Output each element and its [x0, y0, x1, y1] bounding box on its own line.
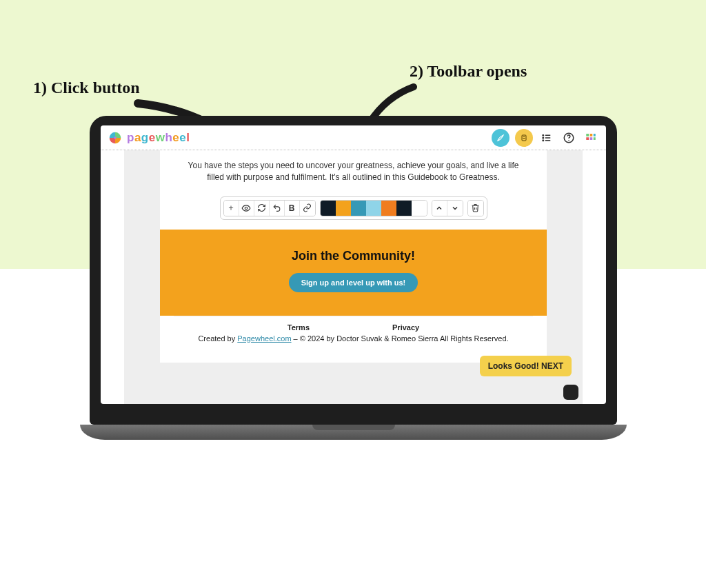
brand-name: pagewheel [127, 131, 190, 145]
svg-rect-17 [586, 137, 589, 140]
svg-point-6 [543, 134, 544, 136]
cta-section[interactable]: Join the Community! Sign up and level up… [160, 230, 547, 316]
laptop-screen-frame: pagewheel [90, 116, 617, 425]
color-swatch-6[interactable] [396, 201, 412, 216]
app-header: pagewheel [101, 125, 606, 150]
svg-point-13 [568, 140, 569, 141]
toolbar-add-icon[interactable]: ＋ [224, 201, 239, 216]
toolbar-move-down-icon[interactable] [447, 201, 463, 216]
svg-rect-14 [586, 134, 589, 136]
color-swatch-1[interactable] [321, 201, 336, 216]
cta-signup-button[interactable]: Sign up and level up with us! [289, 273, 418, 292]
block-toolbar: ＋ B [220, 196, 487, 220]
svg-point-20 [245, 207, 248, 210]
toolbar-undo-icon[interactable] [270, 201, 285, 216]
page-preview: You have the steps you need to uncover y… [160, 150, 547, 363]
color-swatch-4[interactable] [366, 201, 381, 216]
toolbar-visibility-icon[interactable] [239, 201, 254, 216]
intro-paragraph: You have the steps you need to uncover y… [160, 150, 547, 190]
toolbar-delete-icon[interactable] [468, 201, 483, 216]
laptop-base [80, 425, 627, 440]
header-list-icon[interactable] [538, 130, 555, 146]
color-swatch-2[interactable] [336, 201, 351, 216]
toolbar-group-delete [467, 200, 484, 216]
svg-rect-18 [590, 137, 593, 140]
editor-canvas: You have the steps you need to uncover y… [124, 150, 583, 404]
page-footer: Terms Privacy Created by Pagewheel.com –… [174, 316, 533, 347]
footer-pagewheel-link[interactable]: Pagewheel.com [237, 334, 291, 343]
annotation-step2: 2) Toolbar opens [410, 62, 527, 81]
svg-rect-16 [594, 134, 596, 136]
svg-rect-15 [590, 134, 593, 136]
color-swatch-5[interactable] [381, 201, 396, 216]
header-help-icon[interactable] [561, 130, 577, 146]
toolbar-bold-icon[interactable]: B [285, 201, 300, 216]
pinwheel-logo-icon [108, 130, 123, 145]
toolbar-link-icon[interactable] [300, 201, 315, 216]
color-swatch-7[interactable] [412, 201, 427, 216]
svg-point-8 [543, 137, 544, 139]
toolbar-group-actions: ＋ B [223, 200, 316, 216]
header-action-doc-icon[interactable] [515, 129, 533, 147]
annotation-step1: 1) Click button [33, 79, 140, 97]
toolbar-refresh-icon[interactable] [254, 201, 270, 216]
toolbar-move-up-icon[interactable] [432, 201, 447, 216]
next-button[interactable]: Looks Good! NEXT [480, 356, 572, 376]
svg-point-10 [543, 140, 544, 141]
footer-terms-link[interactable]: Terms [288, 323, 310, 332]
cta-title: Join the Community! [167, 249, 540, 263]
footer-privacy-link[interactable]: Privacy [392, 323, 419, 332]
footer-copyright: Created by Pagewheel.com – © 2024 by Doc… [188, 334, 519, 343]
svg-rect-19 [594, 137, 596, 140]
chat-widget-icon[interactable] [563, 385, 578, 400]
app-screen: pagewheel [101, 125, 606, 404]
toolbar-group-move [432, 200, 463, 216]
color-swatch-3[interactable] [351, 201, 366, 216]
laptop-mockup: pagewheel [80, 116, 627, 440]
toolbar-group-swatches [320, 200, 427, 216]
header-palette-icon[interactable] [583, 130, 599, 146]
svg-point-2 [114, 136, 117, 139]
header-action-rocket-icon[interactable] [492, 129, 510, 147]
